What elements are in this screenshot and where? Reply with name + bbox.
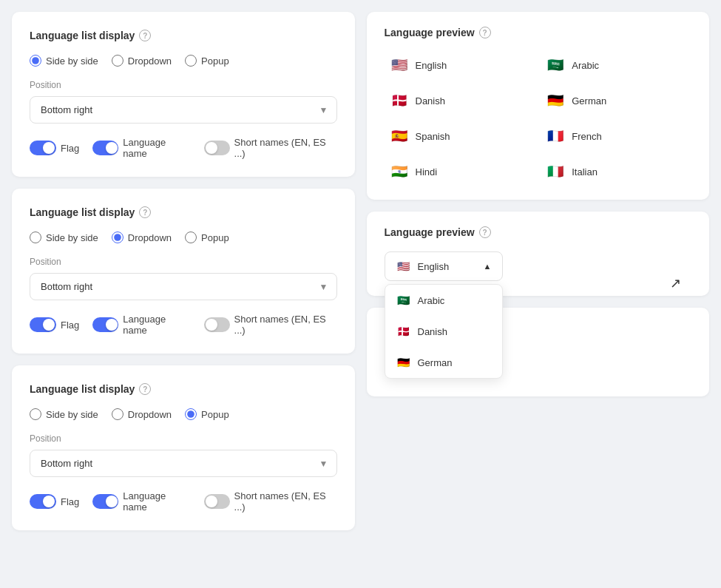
list-item[interactable]: 🇩🇪 German [541,87,691,114]
section1-title: Language list display ? [30,30,337,41]
section2-flag-toggle[interactable] [30,317,56,332]
preview1-card: Language preview ? 🇺🇸 English 🇸🇦 Arabic … [367,12,710,200]
flag-german-dd: 🇩🇪 [396,354,412,371]
section2-radio-sidebyside[interactable]: Side by side [30,232,98,243]
section2-card: Language list display ? Side by side Dro… [12,189,355,354]
flag-arabic: 🇸🇦 [545,55,566,75]
preview1-help-icon[interactable]: ? [479,27,491,38]
section1-position-label: Position [30,80,337,90]
section1-radio-group: Side by side Dropdown Popup [30,55,337,67]
list-item[interactable]: 🇩🇪 German [385,347,502,378]
preview2-card: Language preview ? 🇺🇸 English ▲ ↗ 🇸🇦 [367,212,710,296]
section1-toggle-row: Flag Language name Short names (EN, ES .… [30,137,337,159]
section2-select-wrapper: Bottom right Bottom left Top right Top l… [30,273,337,300]
section1-card: Language list display ? Side by side Dro… [12,12,355,177]
section3-card: Language list display ? Side by side Dro… [12,365,355,530]
right-column: Language preview ? 🇺🇸 English 🇸🇦 Arabic … [367,12,710,530]
section1-toggle-flag: Flag [30,141,79,155]
section1-toggle-langname: Language name [92,137,190,159]
section2-shortnames-toggle[interactable] [204,317,230,332]
section2-toggle-shortnames: Short names (EN, ES ...) [204,314,337,336]
preview2-chevron-up-icon: ▲ [484,262,492,271]
section1-radio-sidebyside[interactable]: Side by side [30,55,98,67]
section3-flag-toggle[interactable] [30,494,56,509]
list-item[interactable]: 🇫🇷 French [541,123,691,149]
list-item[interactable]: 🇩🇰 Danish [385,87,535,114]
section3-title-text: Language list display [30,383,135,395]
section1-shortnames-toggle[interactable] [204,141,230,155]
section3-toggle-row: Flag Language name Short names (EN, ES .… [30,490,337,513]
list-item[interactable]: 🇺🇸 English [385,52,535,78]
list-item[interactable]: 🇸🇦 Arabic [541,52,691,78]
flag-danish: 🇩🇰 [389,90,410,111]
section1-toggle-shortnames: Short names (EN, ES ...) [204,137,337,159]
list-item[interactable]: 🇩🇰 Danish [385,316,502,347]
section2-radio-popup[interactable]: Popup [185,232,229,243]
section1-radio-popup[interactable]: Popup [185,55,229,67]
section3-toggle-flag: Flag [30,494,79,509]
flag-hindi: 🇮🇳 [389,161,410,182]
preview2-dropdown-menu: 🇸🇦 Arabic 🇩🇰 Danish 🇩🇪 German [385,284,503,379]
section3-langname-toggle[interactable] [92,494,118,509]
list-item[interactable]: 🇮🇳 Hindi [385,158,535,185]
section3-position-select[interactable]: Bottom right Bottom left Top right Top l… [30,450,337,477]
preview1-title-text: Language preview [385,27,475,38]
main-layout: Language list display ? Side by side Dro… [12,12,709,530]
section2-toggle-row: Flag Language name Short names (EN, ES .… [30,314,337,336]
flag-english: 🇺🇸 [389,55,410,75]
list-item[interactable]: 🇮🇹 Italian [541,158,691,185]
section3-radio-group: Side by side Dropdown Popup [30,408,337,420]
flag-italian: 🇮🇹 [545,161,566,182]
preview2-selected-label: English [418,261,450,272]
section2-radio-dropdown[interactable]: Dropdown [112,232,172,243]
list-item[interactable]: 🇪🇸 Spanish [385,123,535,149]
section3-position-label: Position [30,433,337,444]
section1-langname-toggle[interactable] [92,141,118,155]
list-item[interactable]: 🇸🇦 Arabic [385,285,502,316]
section3-radio-sidebyside[interactable]: Side by side [30,408,98,420]
section1-position-select[interactable]: Bottom right Bottom left Top right Top l… [30,96,337,124]
section1-help-icon[interactable]: ? [139,30,151,41]
section1-select-wrapper: Bottom right Bottom left Top right Top l… [30,96,337,124]
flag-french: 🇫🇷 [545,126,566,146]
section3-toggle-shortnames: Short names (EN, ES ...) [204,490,337,513]
section2-toggle-langname: Language name [92,314,190,336]
preview2-dropdown-trigger[interactable]: 🇺🇸 English ▲ [385,251,503,281]
left-column: Language list display ? Side by side Dro… [12,12,355,530]
preview2-title: Language preview ? [385,226,692,238]
section3-shortnames-toggle[interactable] [204,494,230,509]
section2-title: Language list display ? [30,206,337,218]
section3-select-wrapper: Bottom right Bottom left Top right Top l… [30,450,337,477]
flag-arabic-dd: 🇸🇦 [396,292,412,308]
preview2-help-icon[interactable]: ? [479,226,491,238]
section3-radio-popup[interactable]: Popup [185,408,229,420]
section3-help-icon[interactable]: ? [139,383,151,395]
preview2-dropdown: 🇺🇸 English ▲ ↗ 🇸🇦 Arabic 🇩🇰 Danish [385,251,692,281]
preview1-lang-grid: 🇺🇸 English 🇸🇦 Arabic 🇩🇰 Danish 🇩🇪 German [385,52,692,185]
section1-flag-toggle[interactable] [30,141,56,155]
section1-title-text: Language list display [30,30,135,41]
flag-german: 🇩🇪 [545,90,566,111]
section3-toggle-langname: Language name [92,490,190,513]
section2-help-icon[interactable]: ? [139,206,151,218]
section2-title-text: Language list display [30,206,135,218]
cursor-icon: ↗ [670,275,681,293]
preview1-title: Language preview ? [385,27,692,38]
section2-langname-toggle[interactable] [92,317,118,332]
section2-position-label: Position [30,257,337,267]
preview2-title-text: Language preview [385,226,475,238]
section3-title: Language list display ? [30,383,337,395]
flag-danish-dd: 🇩🇰 [396,323,412,339]
flag-spanish: 🇪🇸 [389,126,410,146]
section2-radio-group: Side by side Dropdown Popup [30,232,337,243]
section1-radio-dropdown[interactable]: Dropdown [112,55,172,67]
section2-toggle-flag: Flag [30,317,79,332]
preview2-selected-flag: 🇺🇸 [396,258,412,274]
section3-radio-dropdown[interactable]: Dropdown [112,408,172,420]
section2-position-select[interactable]: Bottom right Bottom left Top right Top l… [30,273,337,300]
